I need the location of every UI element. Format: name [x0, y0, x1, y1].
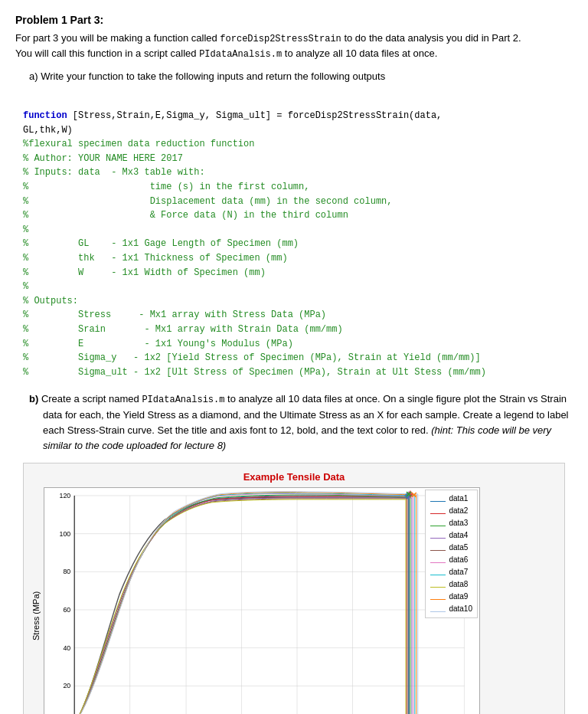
kw-function: function [23, 110, 67, 121]
intro-line1b: to do the data analysis you did in Part … [341, 32, 521, 44]
svg-text:40: 40 [63, 644, 70, 652]
chart-plot: 0 20 40 60 80 100 120 0 0.05 0.1 0.15 0.… [44, 487, 480, 714]
part-b-script: PIdataAnalsis.m [142, 395, 224, 405]
legend-item-data6: data6 [430, 554, 472, 566]
legend-item-data1: data1 [430, 493, 472, 505]
intro-paragraph: For part 3 you will be making a function… [15, 31, 573, 61]
part-b-section: b) Create a script named PIdataAnalsis.m… [43, 391, 573, 454]
script-name-inline: PIdataAnalsis.m [199, 49, 282, 60]
code-block: function [Stress,Strain,E,Sigma_y, Sigma… [15, 90, 573, 385]
problem-title: Problem 1 Part 3: [15, 14, 573, 26]
chart-title: Example Tensile Data [31, 471, 557, 483]
y-axis-label: Stress (MPa) [31, 487, 42, 714]
svg-text:120: 120 [60, 492, 71, 499]
func-name-inline: forceDisp2StressStrain [220, 34, 341, 44]
chart-legend: data1 data2 data3 data4 data5 data6 data… [425, 490, 478, 618]
chart-container: Example Tensile Data Stress (MPa) [23, 463, 565, 714]
legend-item-data7: data7 [430, 566, 472, 578]
intro-line2: You will call this function in a script … [15, 47, 199, 59]
legend-item-data4: data4 [430, 529, 472, 542]
intro-line1: For part 3 you will be making a function… [15, 32, 220, 44]
svg-text:60: 60 [63, 606, 70, 614]
intro-line2b: to analyze all 10 data files at once. [282, 47, 437, 59]
legend-item-data8: data8 [430, 578, 472, 591]
legend-item-data3: data3 [430, 517, 472, 529]
part-a-label: a) Write your function to take the follo… [29, 69, 573, 84]
svg-text:100: 100 [60, 530, 71, 538]
svg-text:80: 80 [63, 568, 70, 576]
legend-item-data5: data5 [430, 542, 472, 554]
part-b-label: b) [29, 393, 38, 404]
legend-item-data10: data10 [430, 603, 472, 615]
part-b-text1: Create a script named [41, 393, 142, 404]
svg-text:20: 20 [63, 683, 70, 690]
legend-item-data2: data2 [430, 505, 472, 517]
legend-item-data9: data9 [430, 591, 472, 603]
